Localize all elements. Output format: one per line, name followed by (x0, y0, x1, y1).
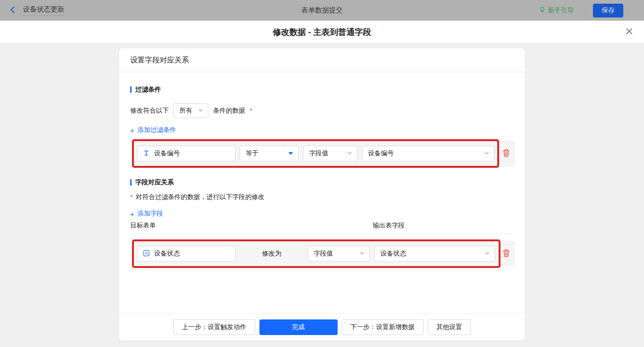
section-accent-bar (130, 86, 132, 93)
required-mark: * (250, 107, 252, 114)
mapping-section-label: 字段对应关系 (135, 178, 174, 187)
filter-condition-row: 设备编号 等于 字段值 设 (133, 141, 515, 166)
add-field-label: 添加字段 (138, 210, 163, 218)
chevron-down-icon (484, 250, 490, 257)
select-field-icon (143, 250, 150, 258)
chevron-down-icon (359, 250, 365, 257)
done-button[interactable]: 完成 (259, 319, 338, 335)
card-body: 过滤条件 修改符合以下 所有 条件的数据 * + 添加过滤条件 (119, 72, 525, 313)
trash-icon (502, 249, 511, 259)
column-output-field: 输出表字段 (373, 222, 405, 230)
next-step-button[interactable]: 下一步：设置新增数据 (342, 319, 424, 335)
chevron-down-icon (198, 107, 203, 114)
value-type-select[interactable]: 字段值 (303, 146, 357, 161)
dialog-header: 修改数据 - 主表到普通字段 (0, 21, 644, 44)
text-field-icon (143, 150, 150, 158)
close-icon (626, 28, 633, 36)
plus-icon: + (130, 210, 134, 217)
dialog-body: 设置字段对应关系 过滤条件 修改符合以下 所有 条件的数据 (0, 44, 644, 347)
required-mark: * (130, 193, 132, 200)
card-footer: 上一步：设置触发动作 完成 下一步：设置新增数据 其他设置 (119, 313, 525, 341)
field-mapping-row: 设备状态 修改为 字段值 设备状态 (133, 241, 515, 267)
save-button[interactable]: 保存 (593, 4, 623, 17)
divider (130, 233, 514, 234)
mapping-value-field-value: 设备状态 (380, 250, 406, 258)
caret-down-icon (283, 146, 298, 161)
dialog-title: 修改数据 - 主表到普通字段 (273, 27, 371, 38)
card-header-title: 设置字段对应关系 (119, 48, 525, 72)
screen: 设备状态更新 表单数据提交 新手引导 保存 修改数据 - 主表到普通字段 设置字… (0, 0, 644, 347)
guide-label: 新手引导 (548, 6, 574, 15)
value-field-select[interactable]: 设备编号 (362, 146, 494, 161)
topbar-right: 新手引导 保存 (539, 4, 623, 17)
app-topbar: 设备状态更新 表单数据提交 新手引导 保存 (0, 0, 644, 21)
condition-suffix-text: 条件的数据 (213, 107, 245, 115)
filter-section-label: 过滤条件 (135, 85, 161, 94)
chevron-down-icon (484, 150, 489, 157)
mapping-section-title: 字段对应关系 (130, 179, 514, 186)
filter-field-name: 设备编号 (154, 149, 180, 158)
delete-filter-row-button[interactable] (502, 148, 511, 159)
close-button[interactable] (626, 21, 633, 43)
chevron-down-icon (347, 150, 352, 157)
topbar-left: 设备状态更新 (9, 5, 64, 16)
target-field-input[interactable]: 设备状态 (137, 246, 236, 262)
mapping-value-type-select[interactable]: 字段值 (308, 246, 370, 262)
add-filter-condition-label: 添加过滤条件 (138, 126, 176, 134)
condition-mode-value: 所有 (179, 107, 192, 115)
mapping-description: 对符合过滤条件的数据，进行以下字段的修改 (136, 193, 264, 201)
section-accent-bar (130, 179, 132, 186)
filter-section-title: 过滤条件 (130, 86, 514, 93)
add-field-link[interactable]: + 添加字段 (130, 209, 163, 218)
condition-mode-row: 修改符合以下 所有 条件的数据 * (130, 103, 514, 118)
trash-icon (502, 148, 511, 159)
delete-mapping-row-button[interactable] (502, 249, 511, 259)
target-field-name: 设备状态 (154, 250, 180, 258)
operator-select[interactable]: 等于 (240, 146, 299, 161)
condition-mode-select[interactable]: 所有 (173, 103, 208, 118)
prev-step-button[interactable]: 上一步：设置触发动作 (173, 319, 255, 335)
plus-icon: + (130, 127, 134, 134)
settings-card: 设置字段对应关系 过滤条件 修改符合以下 所有 条件的数据 (119, 48, 525, 341)
mapping-description-row: * 对符合过滤条件的数据，进行以下字段的修改 (130, 193, 514, 202)
modify-to-label: 修改为 (236, 250, 308, 258)
guide-link[interactable]: 新手引导 (539, 6, 574, 15)
chevron-left-icon (9, 6, 16, 15)
other-settings-button[interactable]: 其他设置 (428, 319, 471, 335)
back-button[interactable] (9, 6, 16, 15)
operator-value: 等于 (240, 149, 283, 158)
lightbulb-icon (539, 6, 546, 15)
condition-prefix-text: 修改符合以下 (130, 107, 169, 115)
mapping-value-type-value: 字段值 (314, 250, 333, 258)
mapping-value-field-select[interactable]: 设备状态 (374, 246, 495, 262)
mapping-column-headers: 目标表单 输出表字段 (130, 221, 514, 230)
value-field-value: 设备编号 (368, 149, 394, 158)
value-type-value: 字段值 (309, 149, 328, 158)
filter-field-input[interactable]: 设备编号 (137, 146, 236, 161)
add-filter-condition-link[interactable]: + 添加过滤条件 (130, 125, 176, 135)
column-target-form: 目标表单 (130, 222, 373, 230)
workflow-title[interactable]: 设备状态更新 (23, 5, 64, 16)
